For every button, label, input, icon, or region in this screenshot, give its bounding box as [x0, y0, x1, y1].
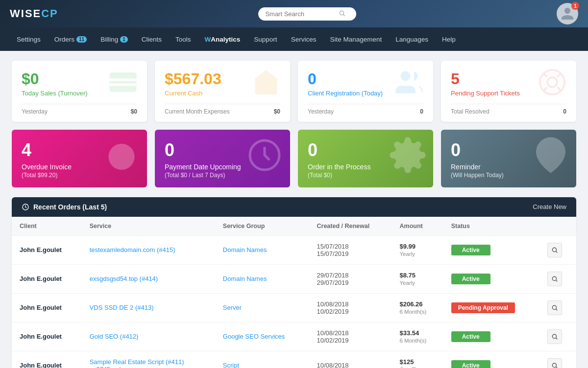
status-badge: Active [451, 245, 490, 255]
search-icon [339, 10, 345, 18]
client-name: John E.goulet [20, 275, 62, 282]
col-status: Status [443, 217, 539, 236]
logo: WISECP [10, 7, 58, 20]
stat-today-sales: $0 Today Sales (Turnover) Yesterday $0 [12, 61, 147, 122]
service-link[interactable]: testexamledomain.com (#415) [90, 246, 175, 253]
money-icon [106, 68, 140, 98]
client-name: John E.goulet [20, 333, 62, 340]
footer-left: Yesterday [22, 108, 48, 115]
service-group: Server [223, 304, 242, 311]
user-avatar-wrap[interactable]: 1 [557, 3, 578, 24]
footer-right: $0 [274, 108, 280, 115]
notification-badge: 1 [571, 2, 579, 10]
service-link[interactable]: Sample Real Estate Script (#411) [90, 358, 184, 366]
alarm-icon [102, 136, 141, 176]
colored-cards-row: 4 Overdue Invoice (Total $99.20) 0 Payme… [12, 130, 576, 187]
nav-site-management[interactable]: Site Management [323, 27, 389, 51]
search-input[interactable] [265, 10, 339, 18]
current-cash-footer: Current Month Expenses $0 [165, 104, 280, 115]
status-badge: Active [451, 274, 490, 284]
col-action [539, 217, 576, 236]
clock-icon [245, 136, 284, 176]
create-new-button[interactable]: Create New [533, 203, 566, 210]
service-link2[interactable]: ex9745mple.com [90, 366, 138, 368]
users-icon [392, 68, 426, 98]
service-group: Script [223, 362, 239, 368]
nav-clients[interactable]: Clients [135, 27, 169, 51]
footer-left: Yesterday [308, 108, 334, 115]
footer-left: Total Resolved [451, 108, 490, 115]
svg-point-16 [552, 248, 556, 252]
status-badge: Pending Approval [451, 302, 515, 313]
nav-languages[interactable]: Languages [389, 27, 435, 51]
card-reminder: 0 Reminder (Will Happen Today) [441, 130, 576, 187]
client-reg-footer: Yesterday 0 [308, 104, 423, 115]
orders-section: Recent Orders (Last 5) Create New Client… [12, 197, 576, 368]
created-date: 15/07/2018 [317, 243, 349, 250]
nav-settings[interactable]: Settings [10, 27, 48, 51]
svg-line-17 [556, 251, 558, 253]
footer-right: 0 [563, 108, 566, 115]
col-service: Service [82, 217, 215, 236]
table-row: John E.goulet VDS SSD DE 2 (#413) Server… [12, 293, 576, 322]
status-badge: Active [451, 360, 490, 368]
svg-point-20 [552, 305, 556, 309]
status-badge: Active [451, 331, 490, 342]
row-action-button[interactable] [547, 329, 562, 344]
row-action-button[interactable] [547, 243, 562, 257]
search-bar[interactable] [258, 7, 356, 21]
svg-line-8 [543, 73, 547, 77]
nav-billing[interactable]: Billing 1 [94, 27, 135, 51]
svg-point-14 [546, 147, 556, 157]
amount-period: 6 Month(s) [399, 309, 426, 315]
created-date: 10/08/2018 [317, 329, 349, 337]
nav-tools[interactable]: Tools [169, 27, 198, 51]
nav-help[interactable]: Help [435, 27, 463, 51]
bank-icon [249, 68, 283, 98]
svg-rect-2 [110, 72, 137, 92]
svg-point-18 [552, 276, 556, 280]
row-action-button[interactable] [547, 300, 562, 315]
col-client: Client [12, 217, 82, 236]
pin-icon [531, 136, 570, 176]
svg-line-9 [558, 88, 561, 91]
nav-services[interactable]: Services [284, 27, 323, 51]
navbar: Settings Orders 11 Billing 1 Clients Too… [0, 27, 588, 51]
table-row: John E.goulet testexamledomain.com (#415… [12, 235, 576, 264]
card-payment-upcoming: 0 Payment Date Upcoming (Total $0 / Last… [155, 130, 290, 187]
service-link[interactable]: exsgdsgsd54.top (#414) [90, 275, 158, 282]
service-group: Domain Names [223, 275, 267, 282]
main-content: $0 Today Sales (Turnover) Yesterday $0 $… [0, 51, 588, 368]
orders-table: Client Service Service Group Created / R… [12, 217, 576, 368]
svg-line-1 [343, 14, 345, 16]
amount-value: $125 [399, 358, 414, 366]
topbar: WISECP 1 [0, 0, 588, 27]
stat-current-cash: $567.03 Current Cash Current Month Expen… [155, 61, 290, 122]
service-link[interactable]: VDS SSD DE 2 (#413) [90, 304, 154, 311]
renewal-date: 10/02/2019 [317, 308, 349, 315]
col-service-group: Service Group [215, 217, 309, 236]
card-order-process: 0 Order in the Process (Total $0) [298, 130, 433, 187]
svg-line-11 [558, 73, 561, 77]
renewal-date: 29/07/2019 [317, 279, 349, 286]
table-row: John E.goulet Sample Real Estate Script … [12, 351, 576, 368]
svg-line-10 [543, 88, 547, 91]
amount-value: $9.99 [399, 243, 416, 250]
nav-wanalytics[interactable]: WAnalytics [198, 27, 247, 51]
nav-support[interactable]: Support [247, 27, 284, 51]
svg-point-22 [552, 334, 556, 338]
amount-period: Yearly [399, 280, 415, 286]
row-action-button[interactable] [547, 272, 562, 286]
table-row: John E.goulet exsgdsgsd54.top (#414) Dom… [12, 264, 576, 293]
svg-line-21 [556, 309, 558, 310]
client-name: John E.goulet [20, 362, 62, 368]
service-link[interactable]: Gold SEO (#412) [90, 333, 139, 340]
orders-table-wrap: Client Service Service Group Created / R… [12, 217, 576, 368]
svg-line-19 [556, 280, 558, 281]
renewal-date: 10/02/2019 [317, 337, 349, 344]
nav-orders[interactable]: Orders 11 [48, 27, 94, 51]
row-action-button[interactable] [547, 358, 562, 368]
amount-period: Yearly [399, 251, 415, 257]
orders-clock-icon [22, 203, 29, 211]
svg-point-24 [552, 363, 556, 367]
